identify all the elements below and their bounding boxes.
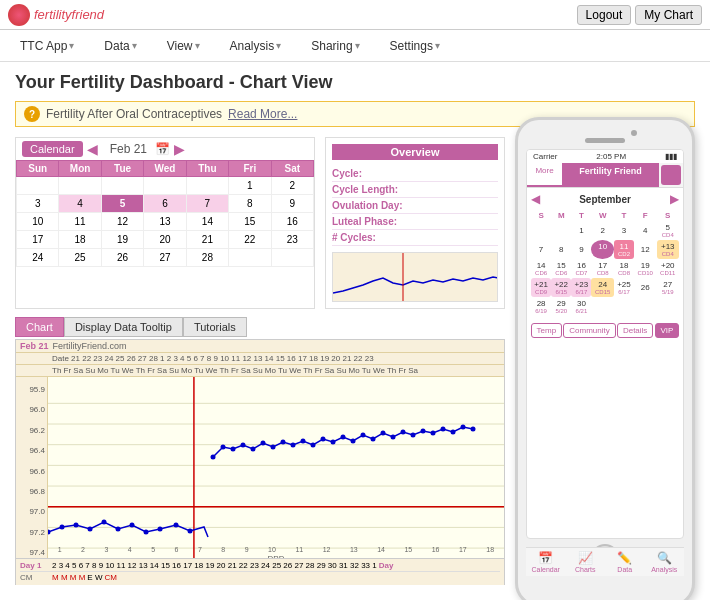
phone-tab-data[interactable]: ✏️ Data: [605, 548, 645, 576]
phone-more-btn[interactable]: More: [527, 163, 562, 187]
charts-tab-icon: 📈: [578, 551, 593, 565]
svg-point-39: [381, 431, 386, 436]
calendar-day[interactable]: 15: [229, 213, 271, 231]
calendar-day[interactable]: 23: [271, 231, 313, 249]
calendar-day[interactable]: 1: [229, 177, 271, 195]
phone-cal-header: ◀ September ▶: [531, 192, 679, 206]
cal-next-button[interactable]: ▶: [174, 141, 185, 157]
nav-item-analysis[interactable]: Analysis ▾: [230, 39, 282, 53]
phone-calendar: ◀ September ▶ S M T W T: [527, 188, 683, 320]
tip-read-more[interactable]: Read More...: [228, 107, 297, 121]
nav-item-sharing[interactable]: Sharing ▾: [311, 39, 359, 53]
top-buttons: Logout My Chart: [577, 5, 702, 25]
pcal-th-t2: T: [614, 210, 634, 221]
cal-prev-button[interactable]: ◀: [87, 141, 98, 157]
calendar-day[interactable]: 8: [229, 195, 271, 213]
svg-point-33: [321, 437, 326, 442]
calendar-day[interactable]: 7: [186, 195, 228, 213]
nav-item-view[interactable]: View ▾: [167, 39, 200, 53]
svg-point-38: [371, 437, 376, 442]
svg-point-24: [231, 447, 236, 452]
calendar-day[interactable]: 21: [186, 231, 228, 249]
svg-point-29: [281, 440, 286, 445]
phone-tab-charts[interactable]: 📈 Charts: [566, 548, 606, 576]
chevron-down-icon: ▾: [195, 40, 200, 51]
calendar-day[interactable]: 4: [59, 195, 101, 213]
calendar-day[interactable]: 6: [144, 195, 186, 213]
phone-bottom-tabs: 📅 Calendar 📈 Charts ✏️ Data 🔍 Analysis: [526, 547, 684, 576]
calendar-day[interactable]: 26: [101, 249, 143, 267]
calendar-day: [17, 177, 59, 195]
svg-point-18: [144, 530, 149, 535]
svg-point-27: [261, 441, 266, 446]
nav-item-ttc[interactable]: TTC App ▾: [20, 39, 74, 53]
svg-point-13: [74, 523, 79, 528]
phone-carrier: Carrier: [533, 152, 557, 161]
calendar-widget: Calendar ◀ Feb 21 📅 ▶ Sun Mon Tue Wed: [15, 137, 315, 309]
chart-tab-chart[interactable]: Chart: [15, 317, 64, 337]
phone-temp-btn[interactable]: Temp: [531, 323, 563, 338]
svg-point-16: [116, 527, 121, 532]
svg-point-23: [221, 445, 226, 450]
chart-x-axis: 123456789101112131415161718: [48, 546, 504, 553]
svg-point-11: [48, 530, 51, 535]
nav-item-settings[interactable]: Settings ▾: [390, 39, 440, 53]
svg-point-34: [331, 440, 336, 445]
chart-tab-tutorials[interactable]: Tutorials: [183, 317, 247, 337]
calendar-day[interactable]: 10: [17, 213, 59, 231]
cal-th-fri: Fri: [229, 161, 271, 177]
calendar-icon[interactable]: 📅: [155, 142, 170, 156]
phone-camera: [631, 130, 637, 136]
svg-point-44: [431, 431, 436, 436]
svg-point-41: [401, 430, 406, 435]
calendar-button[interactable]: Calendar: [22, 141, 83, 157]
navbar: TTC App ▾ Data ▾ View ▾ Analysis ▾ Shari…: [0, 30, 710, 62]
phone-tab-calendar[interactable]: 📅 Calendar: [526, 548, 566, 576]
chart-header: Feb 21 FertilityFriend.com: [16, 340, 504, 353]
calendar-day[interactable]: 28: [186, 249, 228, 267]
svg-point-31: [301, 439, 306, 444]
calendar-day[interactable]: 5: [101, 195, 143, 213]
calendar-day[interactable]: 18: [59, 231, 101, 249]
phone-cal-next[interactable]: ▶: [670, 192, 679, 206]
logout-button[interactable]: Logout: [577, 5, 632, 25]
phone-cal-grid: S M T W T F S: [531, 210, 679, 316]
calendar-day[interactable]: 27: [144, 249, 186, 267]
chart-tab-display[interactable]: Display Data Tooltip: [64, 317, 183, 337]
logo-icon: [8, 4, 30, 26]
calendar-grid: Sun Mon Tue Wed Thu Fri Sat 12345678: [16, 160, 314, 267]
calendar-day[interactable]: 16: [271, 213, 313, 231]
calendar-day[interactable]: 14: [186, 213, 228, 231]
calendar-day[interactable]: 24: [17, 249, 59, 267]
nav-item-data[interactable]: Data ▾: [104, 39, 136, 53]
phone-time: 2:05 PM: [596, 152, 626, 161]
svg-point-35: [341, 435, 346, 440]
chart-tabs: Chart Display Data Tooltip Tutorials: [15, 317, 505, 337]
chart-body: 97.4 97.2 97.0 96.8 96.6 96.4 96.2 96.0 …: [16, 377, 504, 559]
calendar-day[interactable]: 2: [271, 177, 313, 195]
calendar-day[interactable]: 9: [271, 195, 313, 213]
phone-community-btn[interactable]: Community: [563, 323, 615, 338]
calendar-day[interactable]: 25: [59, 249, 101, 267]
chevron-down-icon: ▾: [69, 40, 74, 51]
calendar-day[interactable]: 3: [17, 195, 59, 213]
phone-tab-analysis[interactable]: 🔍 Analysis: [645, 548, 685, 576]
calendar-day[interactable]: 20: [144, 231, 186, 249]
calendar-day[interactable]: 19: [101, 231, 143, 249]
calendar-day[interactable]: 11: [59, 213, 101, 231]
my-chart-button[interactable]: My Chart: [635, 5, 702, 25]
calendar-day[interactable]: 22: [229, 231, 271, 249]
svg-point-36: [351, 439, 356, 444]
content: Your Fertility Dashboard - Chart View ? …: [0, 62, 710, 600]
svg-point-28: [271, 445, 276, 450]
phone-vip-btn[interactable]: VIP: [655, 323, 680, 338]
phone-details-btn[interactable]: Details: [617, 323, 653, 338]
phone-nav-bar: More Fertility Friend: [527, 163, 683, 188]
calendar-day[interactable]: 12: [101, 213, 143, 231]
phone-status-bar: Carrier 2:05 PM ▮▮▮: [527, 150, 683, 163]
chart-date-row: Date 21 22 23 24 25 26 27 28 1 2 3 4 5 6…: [52, 354, 374, 363]
phone-cal-prev[interactable]: ◀: [531, 192, 540, 206]
calendar-day[interactable]: 17: [17, 231, 59, 249]
top-bar: fertilityfriend Logout My Chart: [0, 0, 710, 30]
calendar-day[interactable]: 13: [144, 213, 186, 231]
